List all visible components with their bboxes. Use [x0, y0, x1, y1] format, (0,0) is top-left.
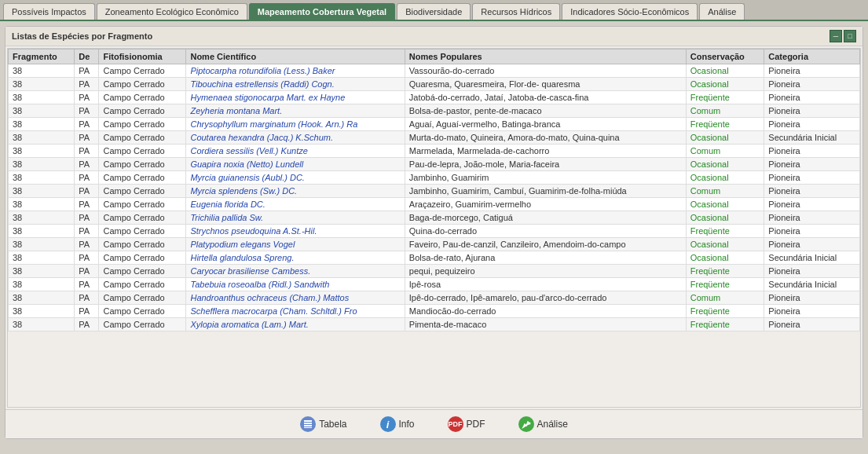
tab-zoneamento-ecológico-econômico[interactable]: Zoneamento Ecológico Econômico	[97, 3, 247, 20]
table-cell: Campo Cerrado	[99, 91, 186, 104]
table-row[interactable]: 38PACampo CerradoHandroanthus ochraceus …	[9, 291, 860, 305]
table-cell: 38	[9, 251, 75, 265]
table-cell: pequi, pequizeiro	[405, 265, 686, 278]
table-cell: 38	[9, 305, 75, 318]
table-cell: Aguaí, Aguaí-vermelho, Batinga-branca	[405, 118, 686, 131]
table-cell: Campo Cerrado	[99, 198, 186, 211]
table-row[interactable]: 38PACampo CerradoCaryocar brasiliense Ca…	[9, 265, 860, 278]
analise-button[interactable]: Análise	[514, 415, 573, 434]
table-body: 38PACampo CerradoPiptocarpha rotundifoli…	[9, 64, 860, 331]
table-row[interactable]: 38PACampo CerradoTibouchina estrellensis…	[9, 78, 860, 91]
maximize-button[interactable]: □	[844, 30, 856, 42]
analise-label: Análise	[537, 419, 568, 430]
col-header-fragmento: Fragmento	[9, 49, 75, 64]
pdf-button[interactable]: PDF PDF	[443, 415, 490, 434]
table-row[interactable]: 38PACampo CerradoStrychnos pseudoquina A…	[9, 225, 860, 238]
table-row[interactable]: 38PACampo CerradoPlatypodium elegans Vog…	[9, 238, 860, 251]
table-cell: PA	[75, 198, 99, 211]
table-cell: PA	[75, 104, 99, 118]
table-cell: Hymenaea stigonocarpa Mart. ex Hayne	[186, 91, 405, 104]
table-cell: Campo Cerrado	[99, 118, 186, 131]
table-row[interactable]: 38PACampo CerradoTrichilia pallida Sw.Ba…	[9, 211, 860, 225]
table-cell: Ocasional	[686, 211, 764, 225]
info-button[interactable]: i Info	[375, 415, 419, 434]
svg-point-5	[528, 423, 530, 425]
table-row[interactable]: 38PACampo CerradoChrysophyllum marginatu…	[9, 118, 860, 131]
table-row[interactable]: 38PACampo CerradoCordiera sessilis (Vell…	[9, 145, 860, 158]
table-cell: Campo Cerrado	[99, 291, 186, 305]
table-cell: Pioneira	[764, 171, 860, 185]
col-header-fitofisionomia: Fitofisionomia	[99, 49, 186, 64]
table-cell: Vassourão-do-cerrado	[405, 64, 686, 78]
table-cell: Comum	[686, 104, 764, 118]
tab-indicadores-sócio-econômicos[interactable]: Indicadores Sócio-Econômicos	[562, 3, 698, 20]
table-cell: PA	[75, 185, 99, 198]
table-cell: Guapira noxia (Netto) Lundell	[186, 158, 405, 171]
tab-recursos-hídricos[interactable]: Recursos Hídricos	[472, 3, 560, 20]
table-cell: 38	[9, 171, 75, 185]
table-container[interactable]: FragmentoDeFitofisionomiaNome Científico…	[7, 48, 861, 408]
table-cell: Pioneira	[764, 198, 860, 211]
svg-rect-2	[304, 425, 312, 427]
table-cell: 38	[9, 238, 75, 251]
table-cell: Ocasional	[686, 131, 764, 145]
table-cell: Campo Cerrado	[99, 318, 186, 331]
table-row[interactable]: 38PACampo CerradoHymenaea stigonocarpa M…	[9, 91, 860, 104]
tab-biodiversidade[interactable]: Biodiversidade	[397, 3, 471, 20]
table-cell: Campo Cerrado	[99, 158, 186, 171]
tab-mapeamento-cobertura-vegetal[interactable]: Mapeamento Cobertura Vegetal	[249, 3, 395, 20]
table-row[interactable]: 38PACampo CerradoSchefflera macrocarpa (…	[9, 305, 860, 318]
table-cell: Ocasional	[686, 198, 764, 211]
table-row[interactable]: 38PACampo CerradoHirtella glandulosa Spr…	[9, 251, 860, 265]
tabela-button[interactable]: Tabela	[295, 415, 351, 434]
table-cell: Trichilia pallida Sw.	[186, 211, 405, 225]
table-cell: PA	[75, 278, 99, 291]
table-row[interactable]: 38PACampo CerradoCoutarea hexandra (Jacq…	[9, 131, 860, 145]
table-cell: Jambinho, Guamirim, Cambuí, Guamirim-de-…	[405, 185, 686, 198]
table-cell: Tabebuia roseoalba (Ridl.) Sandwith	[186, 278, 405, 291]
table-cell: Campo Cerrado	[99, 211, 186, 225]
table-cell: 38	[9, 278, 75, 291]
table-row[interactable]: 38PACampo CerradoPiptocarpha rotundifoli…	[9, 64, 860, 78]
table-cell: Freqüente	[686, 305, 764, 318]
table-cell: 38	[9, 145, 75, 158]
table-row[interactable]: 38PACampo CerradoMyrcia splendens (Sw.) …	[9, 185, 860, 198]
table-cell: Caryocar brasiliense Cambess.	[186, 265, 405, 278]
minimize-button[interactable]: ─	[830, 30, 842, 42]
table-cell: Campo Cerrado	[99, 78, 186, 91]
table-cell: Piptocarpha rotundifolia (Less.) Baker	[186, 64, 405, 78]
table-cell: Myrcia guianensis (Aubl.) DC.	[186, 171, 405, 185]
table-cell: Jatobá-do-cerrado, Jataí, Jatoba-de-casc…	[405, 91, 686, 104]
table-cell: Pioneira	[764, 225, 860, 238]
table-row[interactable]: 38PACampo CerradoGuapira noxia (Netto) L…	[9, 158, 860, 171]
table-cell: Freqüente	[686, 118, 764, 131]
table-cell: Campo Cerrado	[99, 104, 186, 118]
table-cell: Campo Cerrado	[99, 145, 186, 158]
table-cell: Secundária Inicial	[764, 131, 860, 145]
table-cell: Pioneira	[764, 91, 860, 104]
table-cell: PA	[75, 145, 99, 158]
table-cell: 38	[9, 131, 75, 145]
table-cell: Myrcia splendens (Sw.) DC.	[186, 185, 405, 198]
table-cell: Campo Cerrado	[99, 64, 186, 78]
table-cell: 38	[9, 225, 75, 238]
table-cell: PA	[75, 158, 99, 171]
table-row[interactable]: 38PACampo CerradoZeyheria montana Mart.B…	[9, 104, 860, 118]
table-cell: PA	[75, 131, 99, 145]
pdf-icon: PDF	[448, 416, 463, 432]
tab-possíveis-impactos[interactable]: Possíveis Impactos	[3, 3, 95, 20]
table-cell: 38	[9, 104, 75, 118]
table-row[interactable]: 38PACampo CerradoXylopia aromatica (Lam.…	[9, 318, 860, 331]
table-cell: Eugenia florida DC.	[186, 198, 405, 211]
table-cell: Pioneira	[764, 291, 860, 305]
table-cell: Comum	[686, 185, 764, 198]
table-cell: Freqüente	[686, 225, 764, 238]
tab-análise[interactable]: Análise	[699, 3, 745, 20]
col-header-nome-científico: Nome Científico	[186, 49, 405, 64]
table-cell: Marmelada, Marmelada-de-cachorro	[405, 145, 686, 158]
table-row[interactable]: 38PACampo CerradoMyrcia guianensis (Aubl…	[9, 171, 860, 185]
table-cell: Campo Cerrado	[99, 251, 186, 265]
table-row[interactable]: 38PACampo CerradoTabebuia roseoalba (Rid…	[9, 278, 860, 291]
table-row[interactable]: 38PACampo CerradoEugenia florida DC.Araç…	[9, 198, 860, 211]
bottom-toolbar: Tabela i Info PDF PDF Análise	[5, 409, 863, 438]
